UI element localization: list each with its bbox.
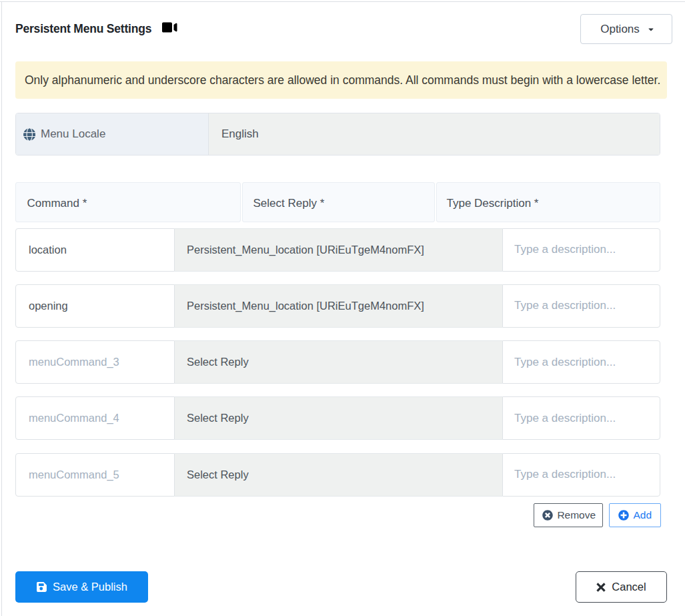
command-input[interactable]	[15, 453, 175, 497]
command-input[interactable]	[15, 228, 175, 272]
cancel-button-label: Cancel	[612, 581, 646, 593]
add-button[interactable]: Add	[609, 503, 661, 527]
table-header: Command * Select Reply * Type Descriptio…	[15, 182, 660, 222]
menu-locale-group: Menu Locale English	[15, 113, 660, 156]
camera-video-icon	[162, 21, 177, 34]
menu-locale-label: Menu Locale	[41, 127, 105, 141]
reply-select[interactable]: Select Reply	[175, 340, 502, 384]
column-header-command: Command *	[15, 182, 241, 222]
page-title: Persistent Menu Settings	[15, 22, 151, 36]
reply-select[interactable]: Select Reply	[175, 396, 502, 440]
command-row: Persistent_Menu_location [URiEuTgeM4nomF…	[15, 284, 660, 328]
reply-select[interactable]: Persistent_Menu_location [URiEuTgeM4nomF…	[175, 284, 502, 328]
reply-select-label: Select Reply	[187, 469, 249, 481]
reply-select-label: Select Reply	[187, 412, 249, 424]
command-row: Persistent_Menu_location [URiEuTgeM4nomF…	[15, 228, 660, 272]
warning-alert-text: Only alphanumeric and underscore charact…	[25, 73, 660, 87]
menu-locale-addon: Menu Locale	[16, 113, 209, 155]
plus-circle-icon	[618, 510, 629, 521]
reply-select-label: Select Reply	[187, 356, 249, 368]
cancel-button[interactable]: Cancel	[576, 571, 667, 603]
warning-alert: Only alphanumeric and underscore charact…	[15, 61, 667, 99]
command-row: Select Reply	[15, 340, 660, 384]
reply-select[interactable]: Select Reply	[175, 453, 502, 497]
description-input[interactable]	[502, 284, 660, 328]
description-input[interactable]	[502, 453, 660, 497]
card-left-border	[1, 1, 2, 616]
options-button-label: Options	[600, 23, 640, 36]
remove-button[interactable]: Remove	[534, 503, 603, 527]
card-top-border	[0, 1, 685, 2]
remove-button-label: Remove	[557, 509, 596, 521]
globe-icon	[23, 128, 36, 141]
menu-locale-value[interactable]: English	[209, 113, 660, 155]
description-input[interactable]	[502, 228, 660, 272]
column-header-type-description: Type Description *	[436, 182, 660, 222]
command-input[interactable]	[15, 396, 175, 440]
description-input[interactable]	[502, 396, 660, 440]
options-button[interactable]: Options	[580, 14, 672, 44]
save-publish-button[interactable]: Save & Publish	[15, 571, 148, 603]
save-publish-button-label: Save & Publish	[53, 581, 127, 593]
persistent-menu-settings-page: Persistent Menu Settings Options Only al…	[0, 0, 685, 616]
command-row: Select Reply	[15, 453, 660, 497]
save-icon	[36, 581, 47, 593]
column-header-select-reply: Select Reply *	[242, 182, 435, 222]
add-button-label: Add	[633, 509, 652, 521]
command-input[interactable]	[15, 284, 175, 328]
x-icon	[596, 583, 606, 592]
caret-down-icon	[647, 25, 655, 33]
x-circle-icon	[542, 510, 553, 521]
reply-select-label: Persistent_Menu_location [URiEuTgeM4nomF…	[187, 244, 424, 256]
description-input[interactable]	[502, 340, 660, 384]
command-row: Select Reply	[15, 396, 660, 440]
reply-select[interactable]: Persistent_Menu_location [URiEuTgeM4nomF…	[175, 228, 502, 272]
reply-select-label: Persistent_Menu_location [URiEuTgeM4nomF…	[187, 300, 424, 312]
command-input[interactable]	[15, 340, 175, 384]
